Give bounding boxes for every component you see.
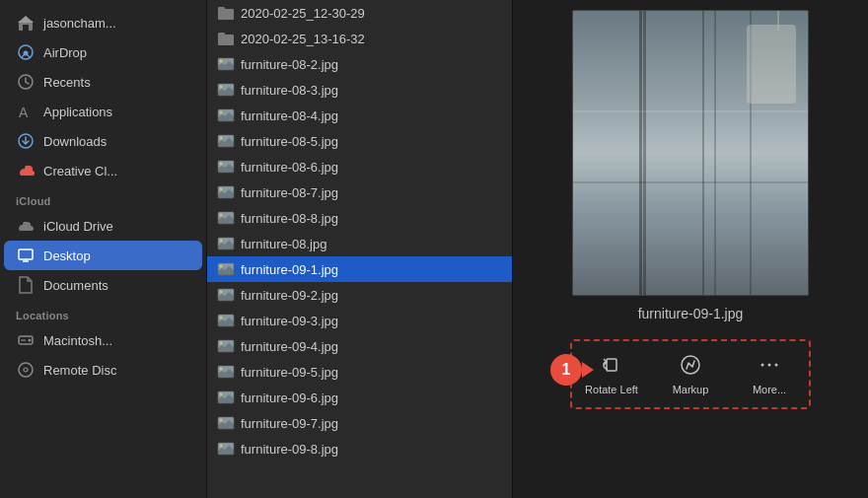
preview-panel: furniture-09-1.jpg 1 Rotate Left (513, 0, 868, 498)
icloud-section-label: iCloud (0, 185, 206, 211)
image-icon (217, 235, 235, 252)
svg-point-25 (220, 188, 223, 191)
svg-point-49 (768, 364, 771, 367)
svg-point-43 (220, 419, 223, 422)
sidebar-item-label: Creative Cl... (43, 164, 117, 178)
file-item[interactable]: furniture-09-2.jpg (207, 282, 512, 308)
svg-point-23 (220, 163, 223, 166)
file-item[interactable]: furniture-09-6.jpg (207, 385, 512, 410)
sidebar-item-applications[interactable]: A Applications (4, 97, 202, 126)
file-item[interactable]: furniture-08-6.jpg (207, 154, 512, 179)
sidebar-item-documents[interactable]: Documents (4, 270, 202, 300)
file-item[interactable]: 2020-02-25_12-30-29 (207, 0, 512, 26)
file-item[interactable]: furniture-08-2.jpg (207, 51, 512, 77)
home-icon (16, 13, 36, 33)
badge-wrapper: 1 (550, 354, 594, 386)
file-name: furniture-09-8.jpg (241, 442, 338, 457)
file-item[interactable]: furniture-08.jpg (207, 231, 512, 256)
sidebar-item-label: Recents (43, 75, 91, 90)
image-icon (217, 312, 235, 329)
sidebar-item-label: Downloads (43, 134, 107, 149)
badge-1: 1 (550, 354, 582, 386)
markup-label: Markup (673, 384, 709, 395)
file-name: furniture-09-3.jpg (241, 314, 338, 328)
svg-point-50 (775, 364, 778, 367)
svg-point-31 (220, 265, 223, 268)
sidebar-item-creative-cloud[interactable]: Creative Cl... (4, 156, 202, 185)
file-name: furniture-09-5.jpg (241, 365, 338, 380)
sidebar-item-label: Macintosh... (43, 333, 112, 348)
file-list: 2020-02-25_12-30-29 2020-02-25_13-16-32 … (207, 0, 513, 498)
svg-rect-8 (19, 249, 33, 259)
icloud-drive-icon (16, 216, 36, 236)
more-button[interactable]: More... (730, 347, 809, 401)
image-icon (217, 286, 235, 304)
file-name: furniture-09-1.jpg (241, 262, 338, 277)
applications-icon: A (16, 102, 36, 121)
locations-section-label: Locations (0, 300, 206, 325)
rotate-left-label: Rotate Left (585, 384, 638, 395)
image-icon (217, 107, 235, 124)
creative-cloud-icon (16, 161, 36, 180)
sidebar-item-desktop[interactable]: Desktop (4, 241, 202, 270)
image-icon (217, 414, 235, 432)
preview-image-content (573, 11, 808, 295)
file-item[interactable]: furniture-08-8.jpg (207, 205, 512, 231)
more-label: More... (753, 384, 786, 395)
sidebar-item-remote-disc[interactable]: Remote Disc (4, 355, 202, 385)
file-name: furniture-09-4.jpg (241, 339, 338, 354)
file-item[interactable]: furniture-09-5.jpg (207, 359, 512, 385)
svg-rect-46 (607, 359, 616, 371)
svg-point-10 (29, 339, 32, 342)
file-name: furniture-08-4.jpg (241, 108, 338, 123)
sidebar-item-recents[interactable]: Recents (4, 67, 202, 97)
markup-button[interactable]: Markup (651, 347, 730, 401)
file-name: furniture-08-7.jpg (241, 185, 338, 200)
file-item[interactable]: furniture-09-3.jpg (207, 308, 512, 333)
sidebar-item-airdrop[interactable]: AirDrop (4, 37, 202, 67)
svg-point-37 (220, 342, 223, 345)
image-icon (217, 81, 235, 99)
sidebar-item-label: Applications (43, 105, 112, 119)
rotate-left-icon (600, 353, 623, 380)
file-item[interactable]: furniture-09-1.jpg (207, 256, 512, 282)
sidebar-item-macintosh[interactable]: Macintosh... (4, 325, 202, 355)
more-icon (758, 353, 781, 380)
svg-point-21 (220, 137, 223, 140)
sidebar-item-jasoncham[interactable]: jasoncham... (4, 8, 202, 37)
hdd-icon (16, 330, 36, 350)
image-icon (217, 132, 235, 150)
image-icon (217, 260, 235, 278)
svg-text:A: A (19, 105, 29, 120)
folder-icon (217, 4, 235, 22)
image-icon (217, 209, 235, 227)
file-item[interactable]: furniture-09-7.jpg (207, 410, 512, 436)
disc-icon (16, 360, 36, 380)
sidebar-item-downloads[interactable]: Downloads (4, 126, 202, 156)
file-item[interactable]: furniture-08-7.jpg (207, 179, 512, 205)
file-item[interactable]: furniture-08-4.jpg (207, 103, 512, 128)
file-name: furniture-08.jpg (241, 237, 326, 251)
file-item[interactable]: furniture-08-3.jpg (207, 77, 512, 103)
svg-point-48 (761, 364, 764, 367)
file-name: furniture-08-3.jpg (241, 83, 338, 98)
svg-marker-1 (18, 16, 34, 23)
image-icon (217, 183, 235, 201)
file-item[interactable]: 2020-02-25_13-16-32 (207, 26, 512, 51)
file-item[interactable]: furniture-09-8.jpg (207, 436, 512, 462)
file-name: 2020-02-25_13-16-32 (241, 32, 365, 46)
file-item[interactable]: furniture-08-5.jpg (207, 128, 512, 154)
sidebar-item-label: jasoncham... (43, 16, 116, 31)
svg-point-12 (19, 363, 33, 377)
folder-icon (217, 30, 235, 47)
badge-arrow (582, 362, 594, 378)
svg-point-17 (220, 86, 223, 89)
file-name: 2020-02-25_12-30-29 (241, 6, 365, 21)
svg-point-39 (220, 368, 223, 371)
file-item[interactable]: furniture-09-4.jpg (207, 333, 512, 359)
sidebar-item-label: Desktop (43, 249, 91, 263)
sidebar-item-label: Remote Disc (43, 363, 116, 378)
markup-icon (679, 353, 702, 380)
sidebar-item-icloud-drive[interactable]: iCloud Drive (4, 211, 202, 241)
sidebar: jasoncham... AirDrop Recents A Applicati… (0, 0, 207, 498)
